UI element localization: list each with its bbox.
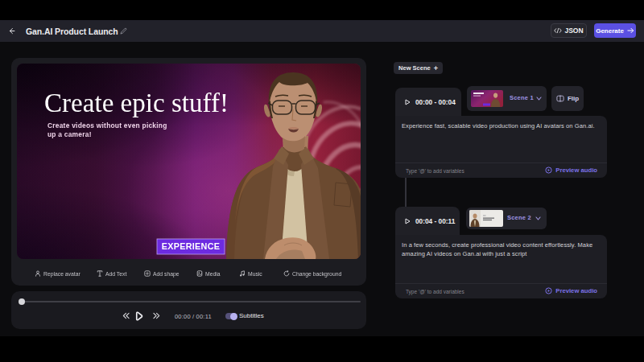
svg-text:Create epic stuff!: Create epic stuff! xyxy=(44,88,229,117)
svg-text:EXPERIENCE: EXPERIENCE xyxy=(162,241,221,251)
svg-text:Create videos without even pic: Create videos without even picking xyxy=(47,121,167,130)
svg-text:up a camera!: up a camera! xyxy=(47,130,92,138)
